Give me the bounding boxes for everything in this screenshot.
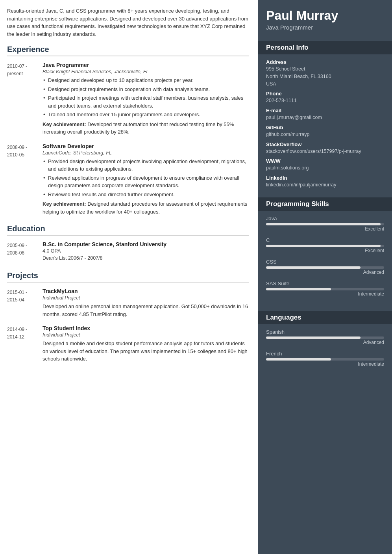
- education-entry-1: 2005-09 - 2008-06 B.Sc. in Computer Scie…: [7, 241, 249, 262]
- skill-c-fill: [266, 245, 381, 247]
- education-gpa-1: 4.0 GPA: [43, 248, 249, 254]
- lang-french-bar: [266, 358, 384, 361]
- key-achievement-1: Key achievement: Developed test automati…: [43, 121, 249, 136]
- experience-title: Experience: [7, 45, 249, 56]
- experience-entry-1: 2010-07 - present Java Programmer Black …: [7, 62, 249, 136]
- www-label: WWW: [266, 158, 384, 164]
- project-date-2: 2014-09 - 2014-12: [7, 325, 43, 363]
- experience-bullets-1: Designed and developed up to 10 applicat…: [43, 76, 249, 119]
- experience-content-1: Java Programmer Black Knight Financial S…: [43, 62, 249, 136]
- lang-french: French Intermediate: [266, 351, 384, 367]
- skill-java-level: Excellent: [266, 226, 384, 232]
- project-entry-1: 2015-01 - 2015-04 TrackMyLoan Individual…: [7, 288, 249, 318]
- experience-date-1: 2010-07 - present: [7, 62, 43, 136]
- skill-c: C Excellent: [266, 237, 384, 253]
- candidate-job-title: Java Programmer: [266, 24, 384, 31]
- key-achievement-2: Key achievement: Designed standard proce…: [43, 200, 249, 216]
- skill-java: Java Excellent: [266, 216, 384, 232]
- projects-section: Projects 2015-01 - 2015-04 TrackMyLoan I…: [7, 271, 249, 363]
- languages-title: Languages: [258, 311, 392, 324]
- experience-section: Experience 2010-07 - present Java Progra…: [7, 45, 249, 216]
- project-content-1: TrackMyLoan Individual Project Developed…: [43, 288, 249, 318]
- skill-css-level: Advanced: [266, 270, 384, 275]
- linkedin-label: LinkedIn: [266, 175, 384, 181]
- header-block: Paul Murray Java Programmer: [258, 0, 392, 36]
- project-entry-2: 2014-09 - 2014-12 Top Student Index Indi…: [7, 325, 249, 363]
- left-column: Results-oriented Java, C, and CSS progra…: [0, 0, 258, 554]
- education-content-1: B.Sc. in Computer Science, Stanford Univ…: [43, 241, 249, 262]
- experience-content-2: Software Developer LaunchCode, St Peters…: [43, 143, 249, 216]
- bullet-item: Designed project requirements in coopera…: [43, 86, 249, 93]
- education-section: Education 2005-09 - 2008-06 B.Sc. in Com…: [7, 224, 249, 262]
- project-desc-1: Developed an online personal loan manage…: [43, 303, 249, 318]
- lang-french-name: French: [266, 351, 384, 357]
- github-label: GitHub: [266, 125, 384, 130]
- skill-sas-fill: [266, 288, 331, 290]
- candidate-name: Paul Murray: [266, 9, 384, 22]
- project-title-2: Top Student Index: [43, 325, 249, 331]
- experience-entry-2: 2008-09 - 2010-05 Software Developer Lau…: [7, 143, 249, 216]
- project-subtitle-1: Individual Project: [43, 295, 249, 301]
- lang-spanish-fill: [266, 336, 361, 339]
- lang-spanish-name: Spanish: [266, 329, 384, 335]
- education-title: Education: [7, 224, 249, 236]
- skill-css-fill: [266, 266, 361, 269]
- email-label: E-mail: [266, 108, 384, 113]
- personal-info-title: Personal Info: [258, 41, 392, 54]
- programming-skills-section: Programming Skills Java Excellent C Exce…: [258, 193, 392, 306]
- skill-sas-level: Intermediate: [266, 291, 384, 297]
- skill-c-name: C: [266, 237, 384, 243]
- address-value: 995 School Street North Miami Beach, FL …: [266, 65, 384, 87]
- github-value: github.com/murrayp: [266, 131, 384, 138]
- bullet-item: Reviewed test results and directed furth…: [43, 191, 249, 199]
- phone-label: Phone: [266, 91, 384, 97]
- summary: Results-oriented Java, C, and CSS progra…: [7, 7, 249, 38]
- experience-subtitle-2: LaunchCode, St Petersburg, FL: [43, 150, 249, 156]
- skill-c-bar: [266, 245, 384, 247]
- www-value: paulm.solutions.org: [266, 164, 384, 172]
- skill-sas-bar: [266, 288, 384, 290]
- experience-date-2: 2008-09 - 2010-05: [7, 143, 43, 216]
- skill-c-level: Excellent: [266, 248, 384, 253]
- skill-sas-name: SAS Suite: [266, 281, 384, 286]
- programming-skills-title: Programming Skills: [258, 197, 392, 211]
- education-date-1: 2005-09 - 2008-06: [7, 241, 43, 262]
- education-degree-1: B.Sc. in Computer Science, Stanford Univ…: [43, 241, 249, 247]
- right-column: Paul Murray Java Programmer Personal Inf…: [258, 0, 392, 554]
- lang-spanish-level: Advanced: [266, 340, 384, 345]
- lang-french-fill: [266, 358, 331, 361]
- education-deans-1: Dean's List 2006/7 - 2007/8: [43, 255, 249, 261]
- personal-info-section: Personal Info Address 995 School Street …: [258, 36, 392, 193]
- experience-bullets-2: Provided design development of projects …: [43, 158, 249, 199]
- skill-css-bar: [266, 266, 384, 269]
- phone-value: 202-578-1111: [266, 97, 384, 104]
- lang-spanish-bar: [266, 336, 384, 339]
- address-label: Address: [266, 59, 384, 65]
- linkedin-value: linkedin.com/in/pauljamiemurray: [266, 181, 384, 189]
- bullet-item: Trained and mentored over 15 junior prog…: [43, 111, 249, 119]
- lang-spanish: Spanish Advanced: [266, 329, 384, 345]
- stackoverflow-label: StackOverflow: [266, 141, 384, 147]
- skill-java-fill: [266, 223, 381, 225]
- skill-java-name: Java: [266, 216, 384, 221]
- email-value: paul.j.murray@gmail.com: [266, 114, 384, 121]
- lang-french-level: Intermediate: [266, 361, 384, 367]
- bullet-item: Reviewed applications in progress of dev…: [43, 174, 249, 190]
- bullet-item: Provided design development of projects …: [43, 158, 249, 173]
- skill-css: CSS Advanced: [266, 259, 384, 275]
- skill-css-name: CSS: [266, 259, 384, 265]
- experience-title-2: Software Developer: [43, 143, 249, 149]
- bullet-item: Designed and developed up to 10 applicat…: [43, 76, 249, 84]
- project-title-1: TrackMyLoan: [43, 288, 249, 294]
- languages-section: Languages Spanish Advanced French Interm…: [258, 306, 392, 376]
- bullet-item: Participated in project meetings with te…: [43, 94, 249, 110]
- experience-title-1: Java Programmer: [43, 62, 249, 68]
- experience-subtitle-1: Black Knight Financial Services, Jackson…: [43, 69, 249, 74]
- project-subtitle-2: Individual Project: [43, 332, 249, 338]
- projects-title: Projects: [7, 271, 249, 283]
- stackoverflow-value: stackoverflow.com/users/157997/p-j-murra…: [266, 148, 384, 155]
- project-desc-2: Designed a mobile and desktop student pe…: [43, 340, 249, 363]
- project-date-1: 2015-01 - 2015-04: [7, 288, 43, 318]
- skill-sas: SAS Suite Intermediate: [266, 281, 384, 297]
- project-content-2: Top Student Index Individual Project Des…: [43, 325, 249, 363]
